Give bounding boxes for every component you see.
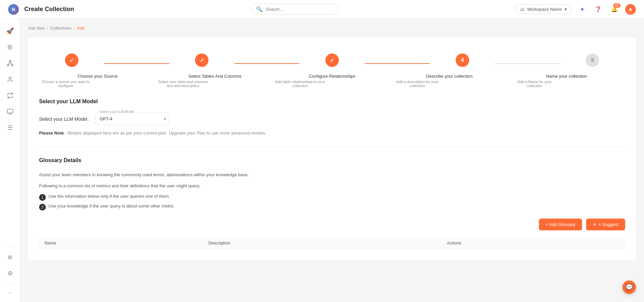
sidebar-divider-2 — [5, 284, 15, 285]
table-header-row: Name Description Actions — [39, 237, 625, 249]
llm-form-label: Select your LLM Model : — [39, 116, 90, 122]
step-4-circle: 4 — [456, 53, 469, 67]
llm-note: Please Note : Models displayed here are … — [39, 130, 625, 136]
glossary-section: Glossary Details Assist your team member… — [39, 157, 625, 249]
note-label: Please Note — [39, 130, 64, 136]
sidebar-item-users[interactable] — [3, 73, 17, 86]
sidebar-item-grid[interactable]: ⊞ — [3, 40, 17, 54]
svg-rect-6 — [7, 109, 13, 113]
avatar[interactable]: A — [625, 4, 636, 15]
breadcrumb-root[interactable]: Ask Neo — [28, 26, 45, 31]
breadcrumb-separator-2: / — [73, 26, 75, 31]
header: N Create Collection 🔍 🗂 Workspace Name ▾… — [0, 0, 644, 19]
workspace-selector[interactable]: 🗂 Workspace Name ▾ — [516, 4, 571, 14]
suggest-button-label: + Suggest — [599, 222, 618, 227]
add-glossary-button[interactable]: + Add Glossary — [539, 219, 582, 230]
sidebar-bottom: ⊕ ⚙ → — [3, 245, 17, 297]
step-5-subtitle: Add a Name for your collection — [509, 80, 560, 88]
search-bar[interactable]: 🔍 — [251, 4, 339, 15]
workspace-icon: 🗂 — [520, 7, 524, 12]
step-5-circle: 5 — [586, 53, 599, 67]
sidebar-item-integrations[interactable] — [3, 56, 17, 70]
chat-bubble[interactable]: 💬 — [622, 280, 636, 294]
llm-select-label: Select your LLM Model — [98, 110, 135, 114]
breadcrumb-parent[interactable]: Collections — [50, 26, 72, 31]
breadcrumb-current: Add — [77, 26, 85, 31]
help-icon: ❓ — [595, 6, 602, 12]
suggest-button[interactable]: ✦ + Suggest — [586, 219, 625, 230]
notifications-button[interactable]: 🔔 22 — [609, 4, 620, 15]
glossary-instruction-2: 2 Use your knowledge if the user query i… — [39, 203, 625, 211]
table-header-name: Name — [39, 237, 203, 249]
sidebar-item-collections[interactable] — [3, 105, 17, 118]
stepper: ✓ ✓ ✓ 4 5 — [39, 53, 625, 67]
glossary-instructions: 1 Use the information below only if the … — [39, 194, 625, 211]
connector-2 — [234, 63, 299, 64]
suggest-plus-icon: ✦ — [593, 222, 597, 227]
step-2-title: Select Tables And Columns — [158, 74, 272, 79]
connector-3 — [365, 63, 430, 64]
step-3-label: Configure Relationships Add table relati… — [273, 71, 391, 88]
svg-line-4 — [10, 62, 12, 65]
step-3-subtitle: Add table relationships to your collecti… — [275, 80, 325, 88]
search-icon: 🔍 — [256, 6, 263, 12]
llm-model-select[interactable]: GPT-4 GPT-3.5 Claude Gemini — [95, 113, 169, 125]
step-2-subtitle: Select your table and columns and add de… — [158, 80, 208, 88]
workspace-label: Workspace Name — [527, 7, 562, 12]
table-header-description: Description — [203, 237, 442, 249]
logo-icon: N — [8, 4, 19, 15]
main-content: Ask Neo / Collections / Add ✓ ✓ ✓ — [20, 19, 644, 302]
search-input[interactable] — [265, 7, 333, 12]
step-1: ✓ — [39, 53, 104, 67]
table-header-actions: Actions — [442, 237, 625, 249]
glossary-desc-2: Following is a common list of metrics an… — [39, 183, 625, 190]
breadcrumb-separator-1: / — [47, 26, 48, 31]
header-left: N Create Collection — [8, 4, 74, 15]
step-1-circle: ✓ — [65, 53, 78, 67]
step-2: ✓ — [169, 53, 234, 67]
header-right: 🗂 Workspace Name ▾ ✦ ❓ 🔔 22 A — [516, 4, 636, 15]
sidebar-item-add[interactable]: ⊕ — [3, 251, 17, 264]
llm-section: Select your LLM Model Select your LLM Mo… — [39, 99, 625, 136]
ai-button[interactable]: ✦ — [577, 4, 587, 15]
glossary-section-title: Glossary Details — [39, 157, 625, 163]
sidebar-divider — [5, 246, 15, 247]
glossary-table: Name Description Actions — [39, 237, 625, 249]
sidebar: 🚀 ⊞ ☰ ⊕ ⚙ → — [0, 19, 20, 302]
step-4-label: Describe your collection Add a descripti… — [391, 71, 508, 88]
sidebar-item-transform[interactable] — [3, 89, 17, 102]
glossary-actions: + Add Glossary ✦ + Suggest — [39, 219, 625, 230]
breadcrumb: Ask Neo / Collections / Add — [28, 26, 636, 31]
step-5: 5 — [560, 53, 625, 67]
glossary-desc-1: Assist your team members in knowing the … — [39, 172, 625, 179]
step-4: 4 — [430, 53, 495, 67]
sidebar-item-list[interactable]: ☰ — [3, 121, 17, 135]
chevron-down-icon: ▾ — [565, 7, 567, 12]
svg-point-0 — [9, 61, 11, 62]
step-3-circle: ✓ — [325, 53, 339, 67]
note-text-content: : Models displayed here are as per your … — [65, 130, 266, 136]
sidebar-item-launch[interactable]: 🚀 — [3, 24, 17, 38]
notification-badge: 22 — [613, 3, 620, 8]
content-card: ✓ ✓ ✓ 4 5 — [28, 37, 636, 260]
sidebar-expand-button[interactable]: → — [3, 289, 17, 297]
step-2-circle: ✓ — [195, 53, 208, 67]
step-3: ✓ — [299, 53, 364, 67]
connector-4 — [495, 63, 560, 64]
svg-point-2 — [11, 64, 13, 66]
llm-section-title: Select your LLM Model — [39, 99, 625, 105]
step-1-label: Choose your Source Choose a source you w… — [39, 71, 156, 88]
help-button[interactable]: ❓ — [593, 4, 604, 15]
sparkle-icon: ✦ — [580, 6, 585, 13]
glossary-instruction-1: 1 Use the information below only if the … — [39, 194, 625, 201]
sidebar-item-settings[interactable]: ⚙ — [3, 267, 17, 280]
section-divider — [39, 146, 625, 147]
connector-1 — [104, 63, 169, 64]
step-1-subtitle: Choose a source you want to configure — [40, 80, 91, 88]
step-5-title: Name your collection — [509, 74, 624, 79]
svg-line-3 — [8, 62, 10, 65]
step-5-label: Name your collection Add a Name for your… — [508, 71, 625, 88]
llm-select-wrapper: Select your LLM Model GPT-4 GPT-3.5 Clau… — [95, 113, 169, 125]
list-number-2: 2 — [39, 204, 46, 211]
svg-point-5 — [9, 77, 11, 79]
